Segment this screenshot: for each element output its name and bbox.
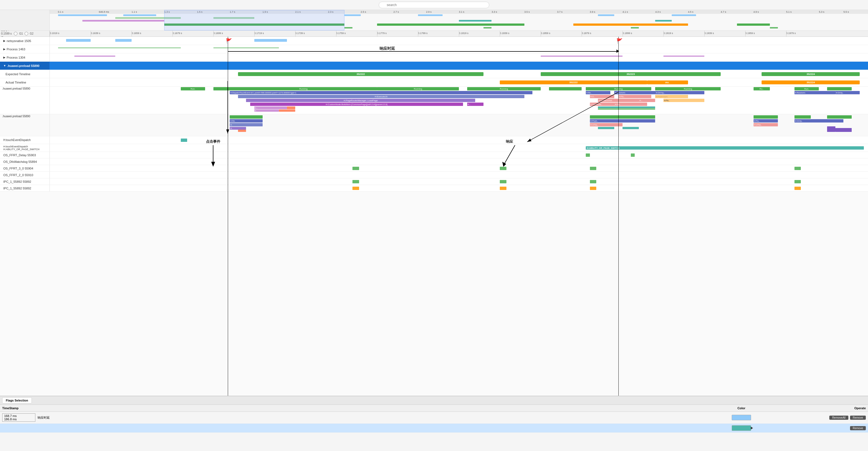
huawei-preload-expand[interactable]: ▼ <box>3 64 6 67</box>
os-ffrt-delay-label: OS_FFRT_Delay 55903 <box>0 152 50 158</box>
huawei-thread1-content: Run. Running Running Running Running Run… <box>50 87 868 114</box>
color-cell-0 <box>700 415 783 420</box>
os-ffrt2-row: OS_FFRT_2_0 55910 <box>0 172 868 178</box>
ruler-ticks[interactable]: 0.1019 s 0.1639 s 0.1659 s 0.1679 s 0.16… <box>50 31 868 36</box>
flags-panel: Flags Selection TimeStamp Color Operate … <box>0 396 868 451</box>
huawei-thread2-label: .huawei.preload 55890 <box>0 114 50 136</box>
netsysnative-row[interactable]: ▶ netsysnative 1505 <box>0 37 868 45</box>
os-ffrt-delay-row: OS_FFRT_Delay 55903 <box>0 152 868 158</box>
ipc2-content <box>50 185 868 191</box>
os-ffrt3-label: OS_FFRT_3_0 55904 <box>0 165 50 172</box>
minimap-content[interactable]: 0.1 s 646.8 ms 1.1 s 1.3 s 1.5 s 1.7 s 1… <box>50 10 868 30</box>
ipc2-row: IPC_1_55892 55892 <box>0 185 868 192</box>
flags-row-0: 168.7 ms 186.8 ms 响应时延 RemoveAll Remove <box>0 412 868 424</box>
process1463-label: ▶ Process 1463 <box>0 45 50 53</box>
process1304-content <box>50 53 868 61</box>
huawei-thread1-label: .huawei.preload 55890 <box>0 87 50 114</box>
ruler-left-info: 6.5 s + 0.1599 s ✕ G1 G2 <box>0 31 50 36</box>
color-cell-1 <box>700 425 783 431</box>
operate-cell-1: Remove <box>783 426 866 430</box>
minimap-left <box>0 10 50 30</box>
flags-tab-button[interactable]: Flags Selection <box>2 397 32 403</box>
actual-timeline-label: Actual Timeline <box>0 78 50 86</box>
flags-tab: Flags Selection <box>0 396 868 405</box>
timestamp-cell-0: 168.7 ms 186.8 ms <box>2 413 35 422</box>
flags-table-header: TimeStamp Color Operate <box>0 405 868 412</box>
ipc2-label: IPC_1_55892 55892 <box>0 185 50 191</box>
g1-label: G1 <box>19 32 23 35</box>
expected-timeline-content: 352222 352223 352224 <box>50 70 868 78</box>
g2-label: G2 <box>30 32 33 35</box>
process1463-expand[interactable]: ▶ <box>3 48 5 51</box>
detail-ruler: 6.5 s + 0.1599 s ✕ G1 G2 0.1019 s 0.1639… <box>0 31 868 37</box>
ipc1-row: IPC_1_55892 55892 <box>0 178 868 185</box>
col-timestamp-header: TimeStamp <box>2 407 35 410</box>
touch-event-row: H:touchEventDispatch <box>0 136 868 144</box>
os-ffrt2-content <box>50 172 868 178</box>
ipc1-content <box>50 178 868 185</box>
process1463-row[interactable]: ▶ Process 1463 <box>0 45 868 53</box>
search-input[interactable] <box>379 2 489 8</box>
actual-timeline-content: 352222 352_ 352224 <box>50 78 868 86</box>
huawei-thread2-row: .huawei.preload 55890 H:Re. H:Flush.. H.… <box>0 114 868 136</box>
os-ffrt3-content <box>50 165 868 172</box>
time-range-end: 0.1599 s <box>1 32 11 35</box>
huawei-thread2-content: H:Re. H:Flush.. H. H:UITas.. H. H:Flu.. … <box>50 114 868 136</box>
col-color-header: Color <box>700 407 783 410</box>
huawei-preload-header-label: ▼ .huawei.preload 55890 <box>0 62 50 70</box>
minimap: 0.1 s 646.8 ms 1.1 s 1.3 s 1.5 s 1.7 s 1… <box>0 10 868 31</box>
label-cell-0: 响应时延 <box>35 416 700 420</box>
huawei-preload-header[interactable]: ▼ .huawei.preload 55890 <box>0 62 868 70</box>
ability-label: H:touchEventDispatch H:ABILITY_OR_PAGE_S… <box>0 144 50 152</box>
remove-button-1[interactable]: Remove <box>850 426 866 430</box>
remove-all-button[interactable]: RemoveAll <box>829 416 848 420</box>
remove-button-0[interactable]: Remove <box>850 416 866 420</box>
ability-content: H:ABILITY_OR_PAGE_SWITCH <box>50 144 868 152</box>
netsysnative-label: ▶ netsysnative 1505 <box>0 37 50 45</box>
expected-timeline-row: Expected Timeline 352222 352223 352224 <box>0 70 868 78</box>
ipc1-label: IPC_1_55892 55892 <box>0 178 50 185</box>
os-ffrt-delay-content <box>50 152 868 158</box>
rows-area: 响应时延 🚩 🚩 ▶ netsysnative 1505 ▶ Process 1… <box>0 37 868 396</box>
process1304-row[interactable]: ▶ Process 1304 <box>0 53 868 62</box>
os-dfx-content <box>50 158 868 165</box>
touch-event-content <box>50 136 868 144</box>
app-container: 🔍 0.1 s 646.8 ms 1.1 s 1.3 s 1.5 s 1.7 s… <box>0 0 868 451</box>
process1463-content <box>50 45 868 53</box>
netsysnative-expand[interactable]: ▶ <box>3 39 5 42</box>
process1304-expand[interactable]: ▶ <box>3 56 5 59</box>
g2-radio[interactable] <box>25 32 28 35</box>
search-wrapper: 🔍 <box>379 2 489 8</box>
g1-radio[interactable] <box>14 32 18 35</box>
os-dfx-row: OS_DfxWatchdog 55894 <box>0 158 868 165</box>
actual-timeline-row: Actual Timeline 352222 352_ 352224 <box>0 78 868 87</box>
color-swatch-0 <box>732 415 751 420</box>
ability-row: H:touchEventDispatch H:ABILITY_OR_PAGE_S… <box>0 144 868 152</box>
huawei-thread1-row: .huawei.preload 55890 Run. Running Runni… <box>0 87 868 114</box>
color-swatch-1 <box>732 425 751 431</box>
touch-event-label: H:touchEventDispatch <box>0 136 50 144</box>
col-label-header <box>35 407 700 410</box>
netsysnative-content <box>50 37 868 45</box>
os-ffrt2-label: OS_FFRT_2_0 55910 <box>0 172 50 178</box>
search-bar: 🔍 <box>0 0 868 10</box>
process1304-label: ▶ Process 1304 <box>0 53 50 61</box>
operate-cell-0: RemoveAll Remove <box>783 416 866 420</box>
huawei-preload-header-content <box>50 62 868 70</box>
flags-row-1: Remove <box>0 424 868 433</box>
os-dfx-label: OS_DfxWatchdog 55894 <box>0 158 50 165</box>
os-ffrt3-row: OS_FFRT_3_0 55904 <box>0 165 868 172</box>
timestamp-box-0: 168.7 ms 186.8 ms <box>2 413 35 422</box>
col-operate-header: Operate <box>783 407 866 410</box>
expected-timeline-label: Expected Timeline <box>0 70 50 78</box>
